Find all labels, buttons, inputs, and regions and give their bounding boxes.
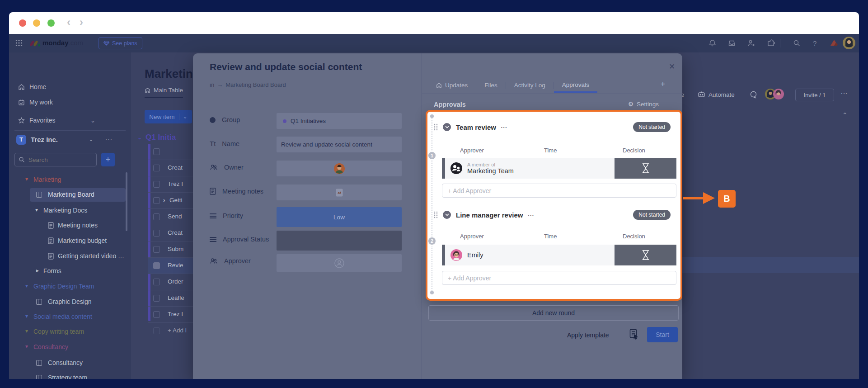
user-avatar[interactable]	[843, 37, 855, 49]
tab-activity-log[interactable]: Activity Log	[506, 79, 554, 92]
product-switcher-icon[interactable]	[829, 38, 839, 47]
table-row[interactable]: Send	[148, 209, 193, 225]
sidebar-item-meeting-notes[interactable]: Meeting notes	[9, 219, 131, 232]
collapse-icon[interactable]: ▾	[25, 343, 28, 350]
close-window-button[interactable]	[19, 19, 26, 27]
table-row[interactable]: Order	[148, 274, 193, 290]
expand-icon[interactable]: ›	[163, 197, 165, 203]
workspace-selector[interactable]: T Trez Inc. ⌄ …	[16, 135, 125, 147]
collapse-icon[interactable]: ▾	[25, 328, 28, 334]
help-icon[interactable]: ?	[813, 39, 816, 47]
invite-button[interactable]: Invite / 1	[795, 89, 834, 101]
table-row[interactable]: ›Getti	[148, 193, 193, 209]
table-row[interactable]: Leafle	[148, 290, 193, 307]
sidebar-item-graphic-design[interactable]: Graphic Design	[9, 296, 131, 308]
tab-approvals-active[interactable]: Approvals	[554, 78, 597, 93]
maximize-window-button[interactable]	[47, 19, 55, 27]
sidebar-item-consultancy-board[interactable]: Consultancy	[9, 357, 131, 369]
sidebar-item-getting-started-video[interactable]: Getting started video …	[9, 250, 131, 263]
round-menu-icon[interactable]: •••	[501, 125, 507, 129]
sidebar-item-forms[interactable]: ▸ Forms	[9, 265, 131, 278]
close-icon[interactable]: ✕	[669, 62, 675, 71]
field-value-owner[interactable]	[277, 161, 402, 176]
start-button[interactable]: Start	[647, 327, 678, 342]
sidebar-item-marketing-board[interactable]: Marketing Board	[9, 189, 131, 201]
decision-pending-cell[interactable]	[615, 158, 676, 179]
sidebar-item-graphic-design-team[interactable]: ▾ Graphic Design Team	[9, 280, 131, 293]
decision-pending-cell[interactable]	[615, 245, 676, 265]
breadcrumb[interactable]: in → Marketing Board Board	[210, 81, 286, 88]
sidebar-scrollbar[interactable]	[126, 172, 127, 231]
table-row[interactable]	[148, 144, 193, 160]
apply-template-icon[interactable]	[629, 329, 638, 340]
collapse-icon[interactable]: ▾	[25, 283, 28, 289]
tab-files[interactable]: Files	[476, 79, 506, 92]
drag-handle-icon[interactable]	[434, 211, 438, 218]
collapse-icon[interactable]: ▾	[25, 313, 28, 319]
collapse-icon[interactable]: ▾	[35, 207, 38, 213]
add-board-button[interactable]: +	[101, 153, 115, 166]
workspace-menu-icon[interactable]: …	[105, 133, 113, 142]
field-value-priority[interactable]: Low	[277, 207, 402, 227]
back-icon[interactable]: ‹	[67, 16, 70, 28]
chevron-down-icon[interactable]: ⌄	[179, 114, 188, 120]
field-value-meeting-notes[interactable]	[277, 185, 402, 200]
add-approver-input[interactable]: + Add Approver	[442, 271, 676, 285]
collapse-header-icon[interactable]: ⌃	[842, 111, 848, 118]
sidebar-item-home[interactable]: Home	[14, 80, 127, 93]
invite-members-icon[interactable]	[747, 39, 755, 47]
add-approver-input[interactable]: + Add Approver	[442, 184, 676, 198]
field-value-group[interactable]: Q1 Initiatives	[277, 113, 402, 129]
field-value-approval-status[interactable]	[277, 231, 402, 251]
automate-button[interactable]: Automate	[708, 91, 735, 98]
add-new-round-button[interactable]: Add new round	[428, 305, 679, 321]
sidebar-item-marketing-budget[interactable]: Marketing budget	[9, 235, 131, 247]
tab-main-table[interactable]: Main Table	[145, 87, 183, 98]
chevron-down-icon[interactable]: ⌄	[137, 134, 142, 141]
apply-template-button[interactable]: Apply template	[567, 331, 609, 339]
inbox-icon[interactable]	[728, 39, 736, 47]
drag-handle-icon[interactable]	[434, 123, 438, 131]
field-value-approver[interactable]	[277, 254, 402, 272]
approvals-settings-button[interactable]: ⚙ Settings	[628, 100, 659, 108]
search-input[interactable]	[14, 153, 97, 166]
table-row-selected[interactable]: Revie	[148, 258, 193, 274]
board-member-avatar[interactable]	[773, 89, 784, 99]
tab-updates[interactable]: Updates	[428, 79, 476, 92]
table-row[interactable]: Trez I	[148, 307, 193, 323]
table-row[interactable]: Creat	[148, 225, 193, 241]
sidebar-item-marketing-workspace[interactable]: ▾ Marketing	[9, 174, 131, 186]
approver-row-marketing-team[interactable]: A member of Marketing Team	[442, 158, 676, 179]
apps-grid-icon[interactable]	[15, 39, 23, 47]
new-item-button[interactable]: New item ⌄	[145, 110, 192, 123]
add-tab-icon[interactable]: +	[661, 80, 665, 89]
collapse-round-icon[interactable]	[443, 123, 451, 131]
table-row[interactable]: Subm	[148, 241, 193, 258]
monday-logo-icon[interactable]	[29, 39, 41, 47]
sidebar-item-strategy-team[interactable]: Strategy team	[9, 372, 131, 379]
sidebar-item-marketing-docs[interactable]: ▾ Marketing Docs	[9, 204, 131, 217]
notifications-bell-icon[interactable]	[708, 39, 716, 47]
sidebar-item-consultancy-workspace[interactable]: ▾ Consultancy	[9, 341, 131, 354]
sidebar-item-favorites[interactable]: Favorites ⌄	[14, 114, 127, 127]
table-row[interactable]: Trez I	[148, 176, 193, 193]
chat-icon[interactable]	[749, 90, 758, 99]
forward-icon[interactable]: ›	[80, 16, 83, 28]
expand-icon[interactable]: ▸	[36, 267, 39, 274]
see-plans-button[interactable]: See plans	[99, 37, 142, 49]
sidebar-item-copy-writing-team[interactable]: ▾ Copy writing team	[9, 326, 131, 338]
field-value-name[interactable]: Review and update social content	[277, 137, 402, 152]
sidebar-item-social-media-content[interactable]: ▾ Social media content	[9, 311, 131, 323]
item-title[interactable]: Review and update social content	[210, 62, 362, 72]
minimize-window-button[interactable]	[33, 19, 40, 27]
sidebar-item-my-work[interactable]: My work	[14, 96, 127, 109]
add-item-row[interactable]: + Add i	[148, 323, 193, 339]
approver-row-emily[interactable]: Emily	[442, 245, 676, 265]
round-menu-icon[interactable]: •••	[528, 213, 534, 217]
collapse-round-icon[interactable]	[443, 211, 451, 219]
apps-marketplace-icon[interactable]	[767, 39, 775, 47]
search-icon[interactable]	[793, 39, 801, 47]
table-row[interactable]: Creat	[148, 160, 193, 176]
group-title[interactable]: ⌄ Q1 Initia	[137, 133, 193, 142]
collapse-icon[interactable]: ▾	[25, 176, 28, 182]
